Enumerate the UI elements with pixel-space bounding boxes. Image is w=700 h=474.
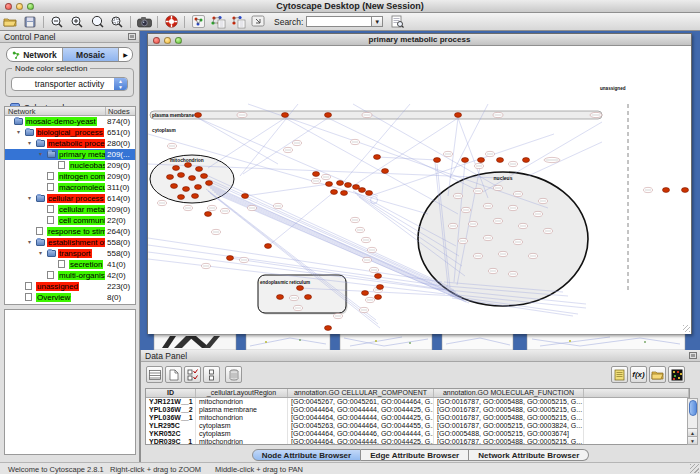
gene-node[interactable] [201,174,208,179]
tree-row[interactable]: mosaic-demo-yeast874(0) [5,116,135,127]
tab-network[interactable]: Network [7,48,63,61]
gene-node[interactable] [282,113,289,118]
scrollbar-thumb[interactable] [689,400,697,416]
disclosure-triangle-icon[interactable]: ▾ [28,138,31,149]
disclosure-triangle-icon[interactable]: ▾ [17,127,20,138]
table-row[interactable]: YKR052Ccytoplasm[GO:0044464, GO:0044446,… [146,430,689,438]
network-overlay-b-icon[interactable] [228,14,248,30]
network-tree-header[interactable]: Network Nodes [5,107,135,116]
gene-node[interactable] [382,169,389,174]
gene-node[interactable] [682,188,689,193]
tree-row[interactable]: Overview8(0) [5,292,135,303]
tree-row[interactable]: ▾cellular process614(0) [5,193,135,204]
gene-node[interactable] [663,188,670,193]
gene-node[interactable] [341,191,348,196]
app-resize-grip[interactable] [690,464,699,473]
new-attribute-icon[interactable] [165,366,182,383]
tree-row[interactable]: secretion41(0) [5,259,135,270]
gene-node[interactable] [265,244,272,249]
gene-node[interactable] [375,274,382,279]
advanced-search-icon[interactable] [387,14,407,30]
gene-node[interactable] [205,212,212,217]
float-data-panel-icon[interactable] [689,352,697,359]
gene-node[interactable] [178,195,185,200]
disclosure-triangle-icon[interactable]: ▾ [28,193,31,204]
gene-node[interactable] [337,181,344,186]
search-input[interactable] [306,16,372,27]
tab-network-attribute-browser[interactable]: Network Attribute Browser [469,449,589,461]
scroll-down-icon[interactable]: ▼ [688,436,697,444]
help-ring-icon[interactable] [161,14,181,30]
save-disk-icon[interactable] [20,14,40,30]
zoom-in-icon[interactable] [67,14,87,30]
gene-node[interactable] [227,256,234,261]
gene-node[interactable] [277,295,284,300]
tree-row[interactable]: ▾establishment of lo558(0) [5,237,135,248]
attribute-table[interactable]: ID _cellularLayoutRegion annotation.GO C… [145,388,690,445]
gene-node[interactable] [497,158,504,163]
gene-node[interactable] [167,175,174,180]
network-overlay-a-icon[interactable] [208,14,228,30]
gene-node[interactable] [305,295,312,300]
gene-node[interactable] [183,187,190,192]
select-attributes-icon[interactable] [184,366,201,383]
attribute-table-icon[interactable] [146,366,163,383]
gene-node[interactable] [455,113,462,118]
zoom-out-icon[interactable] [47,14,67,30]
tab-edge-attribute-browser[interactable]: Edge Attribute Browser [361,449,469,461]
gene-node[interactable] [189,176,196,181]
gene-node[interactable] [331,190,338,195]
gene-node[interactable] [478,158,485,163]
function-builder-icon[interactable]: f(x) [630,366,647,383]
gene-node[interactable] [185,163,192,168]
gene-node[interactable] [374,155,381,160]
tree-row[interactable]: macromolecule311(0) [5,182,135,193]
table-row[interactable]: YJR121W__1mitochondrion[GO:0045267, GO:0… [146,398,689,406]
tree-row[interactable]: unassigned223(0) [5,281,135,292]
tree-row[interactable]: nitrogen compo209(0) [5,171,135,182]
tree-row[interactable]: ▾biological_process651(0) [5,127,135,138]
float-panel-icon[interactable] [128,33,136,40]
tree-row[interactable]: ▾primary metabo209(... [5,149,135,160]
disclosure-triangle-icon[interactable]: ▾ [39,248,42,259]
matrix-icon[interactable] [668,366,685,383]
gene-node[interactable] [523,158,530,163]
window-resize-grip[interactable] [683,325,690,332]
open-folder-icon[interactable] [0,14,20,30]
gene-node[interactable] [326,182,333,187]
tree-row[interactable]: multi-organism pro42(0) [5,270,135,281]
table-row[interactable]: YPL036W__1mitochondrion[GO:0044464, GO:0… [146,414,689,422]
tree-row[interactable]: nucleobase-209(0) [5,160,135,171]
table-row[interactable]: YDR039C__1mitochondrion[GO:0044464, GO:0… [146,438,689,445]
snapshot-camera-icon[interactable] [134,14,154,30]
gene-node[interactable] [192,194,199,199]
network-graph[interactable]: plasma membranecytoplasmmitochondrionnuc… [148,46,691,334]
more-tabs-icon[interactable]: ▶ [119,48,132,61]
gene-node[interactable] [196,167,203,172]
panel-toggle-icon[interactable] [248,14,268,30]
disclosure-triangle-icon[interactable]: ▾ [39,149,42,160]
tree-row[interactable]: cell communicat22(0) [5,215,135,226]
gene-node[interactable] [462,158,469,163]
gene-node[interactable] [173,166,180,171]
notepad-icon[interactable] [611,366,628,383]
tree-row[interactable]: cellular metabo209(0) [5,204,135,215]
gene-node[interactable] [325,113,332,118]
gene-node[interactable] [242,194,249,199]
tab-node-attribute-browser[interactable]: Node Attribute Browser [252,449,362,461]
gene-node[interactable] [345,183,352,188]
gene-node[interactable] [195,113,202,118]
gene-node[interactable] [434,158,441,163]
gene-node[interactable] [377,285,384,290]
birds-eye-view[interactable] [4,309,136,455]
table-row[interactable]: YPL036W__2plasma membrane[GO:0044464, GO… [146,406,689,414]
zoom-fit-icon[interactable] [87,14,107,30]
gene-node[interactable] [325,326,332,331]
search-dropdown-icon[interactable]: ▼ [372,16,383,27]
tree-row[interactable]: response to stimulu264(0) [5,226,135,237]
gene-node[interactable] [353,185,360,190]
new-network-icon[interactable] [188,14,208,30]
gene-node[interactable] [171,184,178,189]
table-row[interactable]: YLR295Ccytoplasm[GO:0045263, GO:0044464,… [146,422,689,430]
network-canvas[interactable]: plasma membranecytoplasmmitochondrionnuc… [148,46,691,334]
